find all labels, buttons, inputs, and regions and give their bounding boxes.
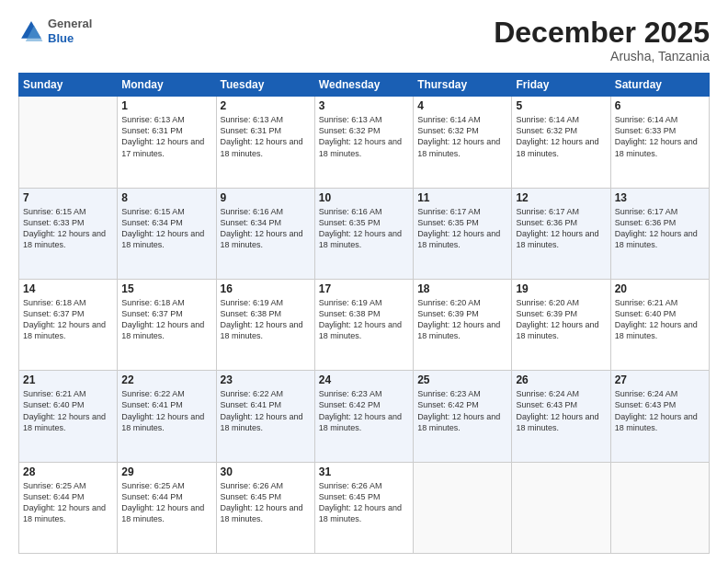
table-row: 19Sunrise: 6:20 AM Sunset: 6:39 PM Dayli… bbox=[512, 279, 610, 370]
day-info: Sunrise: 6:24 AM Sunset: 6:43 PM Dayligh… bbox=[615, 388, 705, 433]
table-row: 1Sunrise: 6:13 AM Sunset: 6:31 PM Daylig… bbox=[118, 97, 216, 188]
day-number: 17 bbox=[319, 282, 409, 295]
logo-text: General Blue bbox=[48, 17, 92, 45]
day-number: 8 bbox=[121, 191, 211, 204]
col-wednesday: Wednesday bbox=[314, 74, 413, 97]
day-info: Sunrise: 6:14 AM Sunset: 6:32 PM Dayligh… bbox=[417, 114, 507, 159]
day-number: 20 bbox=[615, 282, 705, 295]
day-number: 4 bbox=[417, 99, 507, 112]
day-number: 6 bbox=[615, 99, 705, 112]
table-row: 21Sunrise: 6:21 AM Sunset: 6:40 PM Dayli… bbox=[19, 371, 118, 462]
table-row: 6Sunrise: 6:14 AM Sunset: 6:33 PM Daylig… bbox=[610, 97, 709, 188]
table-row bbox=[512, 462, 610, 553]
day-number: 2 bbox=[221, 99, 311, 112]
table-row: 11Sunrise: 6:17 AM Sunset: 6:35 PM Dayli… bbox=[414, 188, 512, 279]
day-info: Sunrise: 6:22 AM Sunset: 6:41 PM Dayligh… bbox=[221, 388, 311, 433]
table-row: 12Sunrise: 6:17 AM Sunset: 6:36 PM Dayli… bbox=[512, 188, 610, 279]
calendar-week-row: 21Sunrise: 6:21 AM Sunset: 6:40 PM Dayli… bbox=[19, 371, 710, 462]
table-row: 29Sunrise: 6:25 AM Sunset: 6:44 PM Dayli… bbox=[118, 462, 216, 553]
day-number: 31 bbox=[319, 465, 409, 478]
table-row: 14Sunrise: 6:18 AM Sunset: 6:37 PM Dayli… bbox=[19, 279, 118, 370]
table-row: 16Sunrise: 6:19 AM Sunset: 6:38 PM Dayli… bbox=[216, 279, 314, 370]
day-number: 26 bbox=[516, 373, 606, 386]
table-row: 15Sunrise: 6:18 AM Sunset: 6:37 PM Dayli… bbox=[118, 279, 216, 370]
day-info: Sunrise: 6:15 AM Sunset: 6:34 PM Dayligh… bbox=[121, 206, 211, 251]
calendar-week-row: 7Sunrise: 6:15 AM Sunset: 6:33 PM Daylig… bbox=[19, 188, 710, 279]
col-sunday: Sunday bbox=[19, 74, 118, 97]
day-number: 16 bbox=[221, 282, 311, 295]
day-number: 12 bbox=[516, 191, 606, 204]
table-row: 27Sunrise: 6:24 AM Sunset: 6:43 PM Dayli… bbox=[610, 371, 709, 462]
day-number: 18 bbox=[417, 282, 507, 295]
table-row: 18Sunrise: 6:20 AM Sunset: 6:39 PM Dayli… bbox=[414, 279, 512, 370]
header: General Blue December 2025 Arusha, Tanza… bbox=[18, 17, 710, 63]
table-row bbox=[414, 462, 512, 553]
day-info: Sunrise: 6:20 AM Sunset: 6:39 PM Dayligh… bbox=[417, 297, 507, 342]
day-info: Sunrise: 6:13 AM Sunset: 6:31 PM Dayligh… bbox=[121, 114, 211, 159]
day-info: Sunrise: 6:26 AM Sunset: 6:45 PM Dayligh… bbox=[319, 480, 409, 525]
col-monday: Monday bbox=[118, 74, 216, 97]
day-info: Sunrise: 6:13 AM Sunset: 6:32 PM Dayligh… bbox=[319, 114, 409, 159]
table-row bbox=[610, 462, 709, 553]
col-friday: Friday bbox=[512, 74, 610, 97]
calendar-week-row: 14Sunrise: 6:18 AM Sunset: 6:37 PM Dayli… bbox=[19, 279, 710, 370]
table-row: 3Sunrise: 6:13 AM Sunset: 6:32 PM Daylig… bbox=[314, 97, 413, 188]
day-info: Sunrise: 6:17 AM Sunset: 6:36 PM Dayligh… bbox=[615, 206, 705, 251]
day-info: Sunrise: 6:14 AM Sunset: 6:32 PM Dayligh… bbox=[516, 114, 606, 159]
day-number: 1 bbox=[121, 99, 211, 112]
day-info: Sunrise: 6:21 AM Sunset: 6:40 PM Dayligh… bbox=[615, 297, 705, 342]
day-number: 21 bbox=[23, 373, 113, 386]
day-number: 25 bbox=[417, 373, 507, 386]
logo-icon bbox=[18, 18, 44, 44]
table-row: 10Sunrise: 6:16 AM Sunset: 6:35 PM Dayli… bbox=[314, 188, 413, 279]
day-number: 30 bbox=[221, 465, 311, 478]
day-number: 27 bbox=[615, 373, 705, 386]
table-row: 2Sunrise: 6:13 AM Sunset: 6:31 PM Daylig… bbox=[216, 97, 314, 188]
table-row: 5Sunrise: 6:14 AM Sunset: 6:32 PM Daylig… bbox=[512, 97, 610, 188]
col-thursday: Thursday bbox=[414, 74, 512, 97]
day-info: Sunrise: 6:21 AM Sunset: 6:40 PM Dayligh… bbox=[23, 388, 113, 433]
day-info: Sunrise: 6:16 AM Sunset: 6:35 PM Dayligh… bbox=[319, 206, 409, 251]
day-info: Sunrise: 6:17 AM Sunset: 6:35 PM Dayligh… bbox=[417, 206, 507, 251]
table-row: 24Sunrise: 6:23 AM Sunset: 6:42 PM Dayli… bbox=[314, 371, 413, 462]
table-row: 7Sunrise: 6:15 AM Sunset: 6:33 PM Daylig… bbox=[19, 188, 118, 279]
table-row: 22Sunrise: 6:22 AM Sunset: 6:41 PM Dayli… bbox=[118, 371, 216, 462]
location: Arusha, Tanzania bbox=[494, 49, 710, 63]
table-row: 26Sunrise: 6:24 AM Sunset: 6:43 PM Dayli… bbox=[512, 371, 610, 462]
table-row: 17Sunrise: 6:19 AM Sunset: 6:38 PM Dayli… bbox=[314, 279, 413, 370]
title-area: December 2025 Arusha, Tanzania bbox=[494, 17, 710, 63]
day-number: 29 bbox=[121, 465, 211, 478]
day-info: Sunrise: 6:25 AM Sunset: 6:44 PM Dayligh… bbox=[23, 480, 113, 525]
table-row: 25Sunrise: 6:23 AM Sunset: 6:42 PM Dayli… bbox=[414, 371, 512, 462]
day-number: 5 bbox=[516, 99, 606, 112]
calendar-table: Sunday Monday Tuesday Wednesday Thursday… bbox=[18, 73, 710, 554]
day-number: 19 bbox=[516, 282, 606, 295]
day-info: Sunrise: 6:15 AM Sunset: 6:33 PM Dayligh… bbox=[23, 206, 113, 251]
calendar-week-row: 1Sunrise: 6:13 AM Sunset: 6:31 PM Daylig… bbox=[19, 97, 710, 188]
day-info: Sunrise: 6:17 AM Sunset: 6:36 PM Dayligh… bbox=[516, 206, 606, 251]
day-info: Sunrise: 6:23 AM Sunset: 6:42 PM Dayligh… bbox=[417, 388, 507, 433]
table-row bbox=[19, 97, 118, 188]
day-number: 13 bbox=[615, 191, 705, 204]
table-row: 28Sunrise: 6:25 AM Sunset: 6:44 PM Dayli… bbox=[19, 462, 118, 553]
day-number: 9 bbox=[221, 191, 311, 204]
calendar-week-row: 28Sunrise: 6:25 AM Sunset: 6:44 PM Dayli… bbox=[19, 462, 710, 553]
day-info: Sunrise: 6:18 AM Sunset: 6:37 PM Dayligh… bbox=[23, 297, 113, 342]
table-row: 9Sunrise: 6:16 AM Sunset: 6:34 PM Daylig… bbox=[216, 188, 314, 279]
day-info: Sunrise: 6:26 AM Sunset: 6:45 PM Dayligh… bbox=[221, 480, 311, 525]
day-number: 14 bbox=[23, 282, 113, 295]
logo-general-text: General bbox=[48, 17, 92, 30]
table-row: 30Sunrise: 6:26 AM Sunset: 6:45 PM Dayli… bbox=[216, 462, 314, 553]
table-row: 4Sunrise: 6:14 AM Sunset: 6:32 PM Daylig… bbox=[414, 97, 512, 188]
day-info: Sunrise: 6:22 AM Sunset: 6:41 PM Dayligh… bbox=[121, 388, 211, 433]
col-saturday: Saturday bbox=[610, 74, 709, 97]
day-info: Sunrise: 6:20 AM Sunset: 6:39 PM Dayligh… bbox=[516, 297, 606, 342]
day-info: Sunrise: 6:16 AM Sunset: 6:34 PM Dayligh… bbox=[221, 206, 311, 251]
day-info: Sunrise: 6:23 AM Sunset: 6:42 PM Dayligh… bbox=[319, 388, 409, 433]
table-row: 31Sunrise: 6:26 AM Sunset: 6:45 PM Dayli… bbox=[314, 462, 413, 553]
day-info: Sunrise: 6:19 AM Sunset: 6:38 PM Dayligh… bbox=[221, 297, 311, 342]
day-info: Sunrise: 6:13 AM Sunset: 6:31 PM Dayligh… bbox=[221, 114, 311, 159]
logo-blue-text: Blue bbox=[48, 31, 74, 45]
day-number: 10 bbox=[319, 191, 409, 204]
day-number: 15 bbox=[121, 282, 211, 295]
